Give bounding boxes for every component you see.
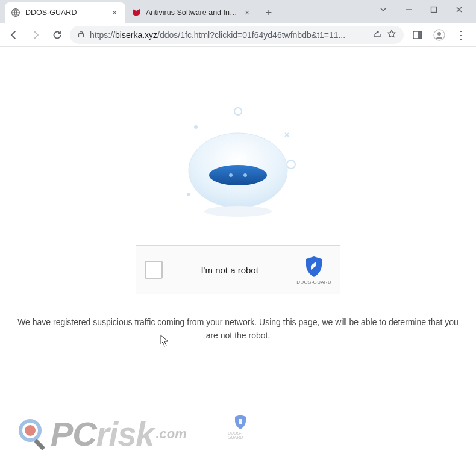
minimize-button[interactable] — [398, 1, 419, 18]
toolbar-right: ⋮ — [407, 26, 471, 44]
profile-icon[interactable] — [429, 26, 449, 44]
share-icon[interactable] — [372, 29, 382, 41]
star-icon[interactable] — [387, 29, 396, 41]
svg-point-7 — [234, 108, 242, 115]
watermark-pc: PC — [51, 414, 96, 453]
menu-button[interactable]: ⋮ — [451, 26, 471, 44]
svg-rect-4 — [418, 31, 422, 39]
shield-icon — [304, 255, 324, 278]
svg-rect-2 — [79, 33, 84, 37]
svg-point-16 — [204, 206, 272, 217]
svg-point-8 — [194, 125, 198, 129]
tab-ddos-guard[interactable]: DDOS-GUARD × — [5, 2, 125, 23]
url-text: https://biserka.xyz/ddos/1fc.html?clicki… — [90, 30, 368, 40]
svg-point-14 — [229, 173, 233, 177]
lock-icon — [77, 30, 85, 40]
info-message: We have registered suspicious traffic co… — [0, 316, 476, 342]
mcafee-icon — [131, 8, 141, 17]
window-controls — [366, 0, 476, 23]
forward-button[interactable] — [27, 26, 45, 44]
svg-rect-20 — [239, 419, 242, 424]
tabs-strip: DDOS-GUARD × Antivirus Software and Inte… — [0, 0, 366, 23]
close-icon[interactable]: × — [242, 8, 252, 17]
chevron-down-icon[interactable] — [372, 1, 394, 18]
robot-illustration — [160, 104, 316, 225]
close-window-button[interactable] — [448, 1, 470, 18]
hero: I'm not a robot DDOS-GUARD We have regis… — [0, 47, 476, 342]
reload-button[interactable] — [48, 26, 66, 44]
svg-point-13 — [209, 165, 267, 185]
watermark-brand-label: DDOS-GUARD — [228, 431, 243, 439]
close-icon[interactable]: × — [110, 8, 119, 17]
tab-title: DDOS-GUARD — [25, 8, 105, 17]
captcha-brand: DDOS-GUARD — [296, 255, 331, 285]
watermark-dotcom: .com — [155, 426, 186, 442]
kebab-icon: ⋮ — [456, 30, 466, 40]
shield-icon — [234, 414, 247, 430]
svg-rect-19 — [34, 439, 45, 450]
svg-point-6 — [437, 32, 441, 36]
svg-point-10 — [187, 193, 190, 196]
browser-toolbar: https://biserka.xyz/ddos/1fc.html?clicki… — [0, 23, 476, 47]
address-bar[interactable]: https://biserka.xyz/ddos/1fc.html?clicki… — [70, 26, 404, 44]
tab-title: Antivirus Software and Internet S — [146, 8, 237, 17]
magnifier-icon — [17, 417, 51, 451]
captcha-checkbox[interactable] — [145, 261, 163, 279]
side-panel-icon[interactable] — [407, 26, 428, 44]
svg-rect-1 — [431, 7, 437, 13]
globe-icon — [11, 8, 20, 17]
captcha-box: I'm not a robot DDOS-GUARD — [136, 245, 340, 294]
tab-antivirus[interactable]: Antivirus Software and Internet S × — [125, 2, 258, 23]
page-content: I'm not a robot DDOS-GUARD We have regis… — [0, 47, 476, 469]
new-tab-button[interactable]: + — [260, 4, 277, 21]
svg-point-9 — [287, 160, 295, 169]
maximize-button[interactable] — [423, 1, 445, 18]
watermark-risk: risk — [96, 414, 154, 453]
svg-point-18 — [25, 425, 36, 436]
browser-titlebar: DDOS-GUARD × Antivirus Software and Inte… — [0, 0, 476, 23]
brand-label: DDOS-GUARD — [296, 279, 331, 285]
svg-point-15 — [243, 173, 247, 177]
watermark: PCrisk .com DDOS-GUARD — [17, 414, 187, 453]
back-button[interactable] — [5, 26, 23, 44]
captcha-label: I'm not a robot — [171, 265, 288, 275]
